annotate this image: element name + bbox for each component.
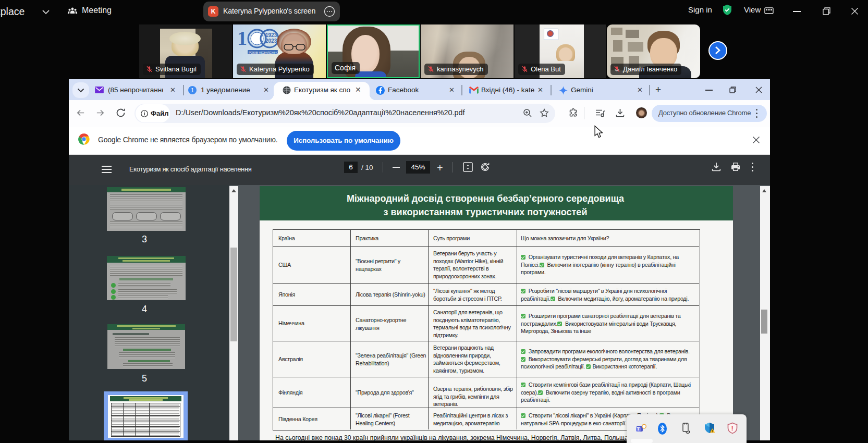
svg-text:2023: 2023 (265, 38, 277, 44)
svg-text:T: T (637, 426, 640, 432)
svg-text:!: ! (731, 424, 733, 432)
svg-text:1: 1 (237, 27, 247, 49)
svg-text:РОКІВ НЕЗАЛЕЖНОСТІ: РОКІВ НЕЗАЛЕЖНОСТІ (249, 51, 284, 54)
svg-text:1923: 1923 (265, 32, 277, 38)
